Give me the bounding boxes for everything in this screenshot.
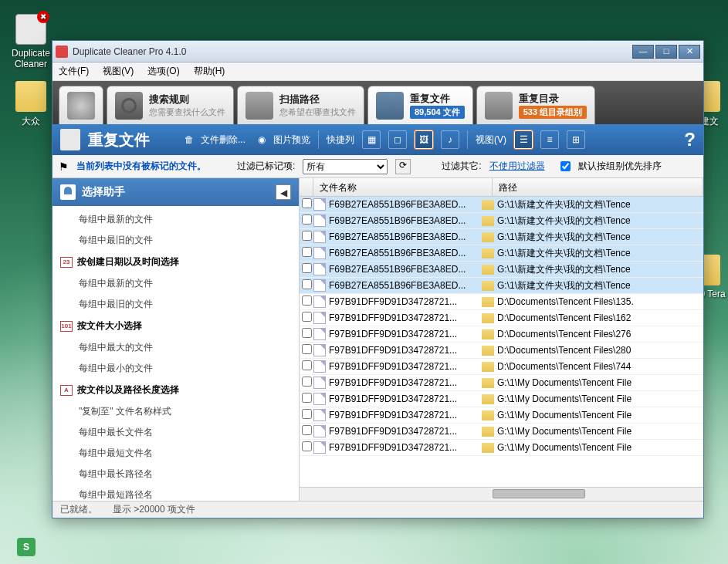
columns-music-button[interactable]: ♪: [441, 130, 459, 149]
row-checkbox[interactable]: [300, 441, 313, 454]
folder-icon: [482, 200, 494, 210]
file-name: F69B27EA8551B96FBE3A8ED...: [329, 264, 479, 275]
view-tiles-button[interactable]: ⊞: [567, 130, 585, 149]
column-filename[interactable]: 文件名称: [313, 178, 493, 196]
view-label: 视图(V): [476, 133, 506, 147]
row-checkbox[interactable]: [300, 360, 313, 373]
row-checkbox[interactable]: [300, 296, 313, 308]
file-path: D:\Documents\Tencent Files\276: [497, 329, 703, 339]
help-button[interactable]: ?: [684, 129, 696, 150]
sort-by-group-checkbox[interactable]: [560, 161, 571, 171]
sidebar-item[interactable]: 每组中最短文件名: [52, 443, 299, 464]
tab-duplicate-dirs[interactable]: 重复目录533 组目录组别: [476, 86, 595, 124]
scrollbar-thumb[interactable]: [493, 489, 585, 498]
table-row[interactable]: F69B27EA8551B96FBE3A8ED...G:\1\新建文件夹\我的文…: [300, 229, 703, 245]
table-row[interactable]: F97B91DFF9D91D34728721...D:\Documents\Te…: [300, 326, 703, 343]
file-path: D:\Documents\Tencent Files\135.: [497, 296, 703, 307]
sidebar-group-header[interactable]: 101按文件大小选择: [52, 315, 299, 337]
sidebar-item[interactable]: 每组中最短路径名: [52, 485, 299, 501]
delete-files-button[interactable]: 🗑文件删除...: [181, 131, 245, 148]
row-checkbox[interactable]: [300, 393, 313, 405]
status-count: 显示 >20000 项文件: [113, 503, 195, 516]
table-row[interactable]: F97B91DFF9D91D34728721...G:\1\My Documen…: [300, 424, 703, 440]
tab-home[interactable]: [59, 86, 103, 124]
horizontal-scrollbar[interactable]: [300, 487, 703, 501]
file-name: F97B91DFF9D91D34728721...: [329, 361, 479, 372]
columns-grid-button[interactable]: ▦: [362, 130, 381, 149]
folder-icon: [482, 281, 494, 291]
sidebar-item[interactable]: 每组中最新的文件: [52, 273, 299, 294]
file-icon: [313, 263, 326, 275]
file-icon: [313, 279, 326, 292]
sidebar-item[interactable]: 每组中最旧的文件: [52, 230, 299, 251]
maximize-button[interactable]: □: [655, 45, 677, 59]
row-checkbox[interactable]: [300, 263, 313, 275]
columns-frame-button[interactable]: ◻: [388, 130, 407, 149]
statusbar: 已就绪。 显示 >20000 项文件: [52, 501, 703, 518]
tab-subtitle: 您希望在哪查找文件: [279, 106, 356, 118]
columns-image-button[interactable]: 🖼: [415, 130, 433, 149]
table-row[interactable]: F97B91DFF9D91D34728721...D:\Documents\Te…: [300, 343, 703, 359]
titlebar[interactable]: Duplicate Cleaner Pro 4.1.0 — □ ✕: [52, 41, 703, 62]
menu-help[interactable]: 帮助(H): [194, 65, 225, 78]
tab-duplicate-files[interactable]: 重复文件89,504 文件: [367, 86, 473, 124]
close-button[interactable]: ✕: [679, 45, 700, 59]
filter-marked-select[interactable]: 所有: [303, 159, 388, 174]
file-path: G:\1\新建文件夹\我的文档\Tence: [497, 263, 703, 276]
table-row[interactable]: F97B91DFF9D91D34728721...G:\1\My Documen…: [300, 440, 703, 456]
list-body[interactable]: F69B27EA8551B96FBE3A8ED...G:\1\新建文件夹\我的文…: [300, 197, 703, 487]
minimize-button[interactable]: —: [632, 45, 654, 59]
table-row[interactable]: F69B27EA8551B96FBE3A8ED...G:\1\新建文件夹\我的文…: [300, 262, 703, 278]
sidebar-item[interactable]: 每组中最小的文件: [52, 358, 299, 379]
sidebar-item[interactable]: 每组中最长路径名: [52, 464, 299, 485]
sidebar-group-header[interactable]: 23按创建日期以及时间选择: [52, 251, 299, 273]
table-row[interactable]: F97B91DFF9D91D34728721...D:\Documents\Te…: [300, 359, 703, 375]
filter-other-link[interactable]: 不使用过滤器: [489, 160, 545, 173]
row-checkbox[interactable]: [300, 328, 313, 340]
column-path[interactable]: 路径: [493, 178, 703, 196]
row-checkbox[interactable]: [300, 312, 313, 324]
desktop-icon-duplicate-cleaner[interactable]: Duplicate Cleaner: [8, 14, 54, 69]
row-checkbox[interactable]: [300, 425, 313, 437]
file-path: G:\1\新建文件夹\我的文档\Tence: [497, 279, 703, 292]
tab-scan-path[interactable]: 扫描路径您希望在哪查找文件: [237, 86, 364, 124]
table-row[interactable]: F69B27EA8551B96FBE3A8ED...G:\1\新建文件夹\我的文…: [300, 278, 703, 294]
group-icon: 23: [60, 257, 73, 268]
table-row[interactable]: F97B91DFF9D91D34728721...D:\Documents\Te…: [300, 310, 703, 326]
sidebar-item[interactable]: 每组中最旧的文件: [52, 294, 299, 315]
row-checkbox[interactable]: [300, 279, 313, 292]
sidebar-item[interactable]: 每组中最大的文件: [52, 337, 299, 358]
row-checkbox[interactable]: [300, 344, 313, 356]
table-row[interactable]: F97B91DFF9D91D34728721...D:\Documents\Te…: [300, 294, 703, 310]
view-details-button[interactable]: ≡: [540, 130, 559, 149]
menu-options[interactable]: 选项(O): [147, 65, 179, 78]
table-row[interactable]: F97B91DFF9D91D34728721...G:\1\My Documen…: [300, 375, 703, 391]
column-checkbox[interactable]: [300, 178, 313, 196]
file-icon: [313, 247, 326, 259]
menu-view[interactable]: 视图(V): [103, 65, 134, 78]
table-row[interactable]: F69B27EA8551B96FBE3A8ED...G:\1\新建文件夹\我的文…: [300, 213, 703, 229]
taskbar-app-icon[interactable]: S: [17, 538, 36, 556]
sidebar-item[interactable]: 每组中最新的文件: [52, 209, 299, 230]
row-checkbox[interactable]: [300, 231, 313, 243]
sidebar-item[interactable]: 每组中最长文件名: [52, 422, 299, 443]
table-row[interactable]: F69B27EA8551B96FBE3A8ED...G:\1\新建文件夹\我的文…: [300, 245, 703, 262]
row-checkbox[interactable]: [300, 409, 313, 421]
table-row[interactable]: F69B27EA8551B96FBE3A8ED...G:\1\新建文件夹\我的文…: [300, 197, 703, 213]
sidebar-group-header[interactable]: A按文件以及路径长度选择: [52, 379, 299, 401]
tab-search-rules[interactable]: 搜索规则您需要查找什么文件: [107, 86, 234, 124]
row-checkbox[interactable]: [300, 198, 313, 211]
sidebar-collapse-button[interactable]: ◀: [276, 184, 291, 200]
desktop-icon-folder[interactable]: 大众: [8, 81, 54, 128]
sidebar-body[interactable]: 每组中最新的文件每组中最旧的文件23按创建日期以及时间选择每组中最新的文件每组中…: [52, 206, 299, 501]
table-row[interactable]: F97B91DFF9D91D34728721...G:\1\My Documen…: [300, 391, 703, 407]
row-checkbox[interactable]: [300, 247, 313, 259]
row-checkbox[interactable]: [300, 377, 313, 389]
sidebar-item[interactable]: "复制至" 文件名称样式: [52, 401, 299, 422]
row-checkbox[interactable]: [300, 214, 313, 227]
table-row[interactable]: F97B91DFF9D91D34728721...G:\1\My Documen…: [300, 407, 703, 424]
refresh-button[interactable]: ⟳: [395, 159, 411, 174]
view-list-button[interactable]: ☰: [514, 130, 533, 149]
image-preview-button[interactable]: ◉图片预览: [253, 131, 310, 148]
menu-file[interactable]: 文件(F): [59, 65, 89, 78]
